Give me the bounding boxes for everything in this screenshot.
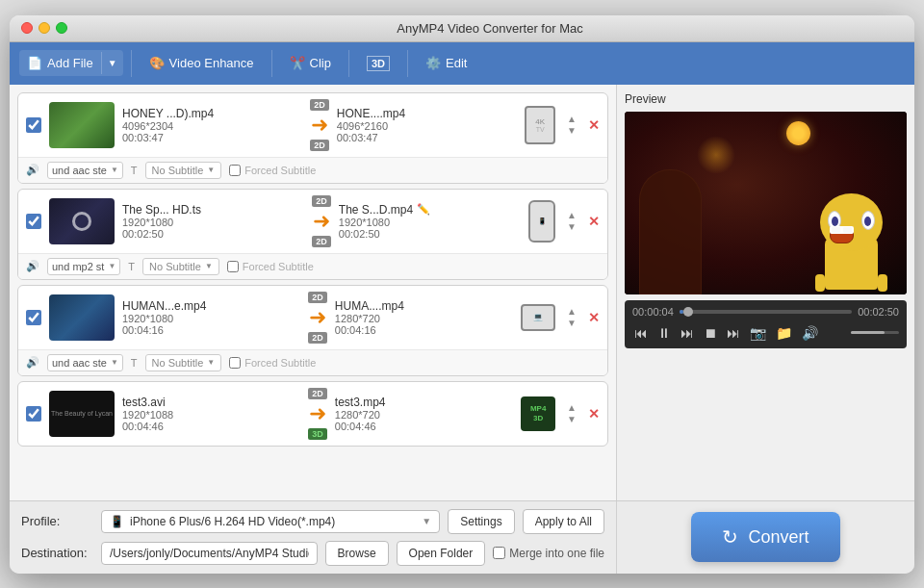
file-1-audio-select[interactable]: und aac ste ▼ [47, 162, 123, 179]
file-4-output-duration: 00:04:46 [335, 421, 513, 432]
file-3-subtitle-arrow: ▼ [207, 358, 215, 367]
file-3-subtitle-select[interactable]: No Subtitle ▼ [145, 354, 222, 371]
file-4-close[interactable]: ✕ [588, 407, 600, 421]
video-enhance-button[interactable]: 🎨 Video Enhance [140, 50, 264, 76]
spongebob-figure [810, 198, 892, 290]
3d-button[interactable]: 3D [357, 50, 399, 77]
file-3-scroll-down[interactable]: ▼ [567, 319, 577, 328]
file-1-audio-value: und aac ste [52, 165, 107, 176]
file-4-badge-in: 2D [308, 388, 327, 399]
merge-checkbox[interactable] [493, 547, 505, 559]
profile-select[interactable]: 📱 iPhone 6 Plus/6 H.264 HD Video(*.mp4) … [101, 510, 440, 533]
file-2-badge-in: 2D [312, 195, 331, 207]
file-2-subtitle-icon: T [128, 261, 135, 272]
sb-leg-right [878, 274, 887, 292]
browse-button[interactable]: Browse [325, 541, 389, 566]
skip-back-button[interactable]: ⏮ [632, 323, 650, 343]
file-2-audio-select[interactable]: und mp2 st ▼ [47, 258, 120, 275]
progress-thumb[interactable] [683, 307, 693, 317]
settings-button[interactable]: Settings [448, 509, 514, 534]
file-2-close[interactable]: ✕ [588, 215, 600, 228]
file-4-output-device: MP43D [521, 396, 555, 431]
file-1-subtitle-select[interactable]: No Subtitle ▼ [145, 162, 222, 179]
fast-forward-button[interactable]: ⏭ [679, 323, 696, 343]
file-1-forced-checkbox[interactable] [229, 165, 241, 176]
stop-button[interactable]: ⏹ [702, 323, 719, 343]
sb-leg-left [815, 274, 825, 292]
apply-all-button[interactable]: Apply to All [523, 509, 604, 534]
file-3-close[interactable]: ✕ [588, 311, 600, 324]
file-1-checkbox[interactable] [26, 117, 41, 133]
maximize-button[interactable] [56, 22, 67, 34]
file-1-close[interactable]: ✕ [588, 118, 600, 132]
file-4-scroll: ▲ ▼ [563, 403, 580, 424]
file-item-3-top: HUMAN...e.mp4 1920*1080 00:04:16 2D ➜ 2D [18, 286, 607, 349]
add-file-dropdown-arrow[interactable]: ▼ [101, 52, 123, 74]
file-2-edit-pen[interactable]: ✏️ [417, 203, 430, 216]
file-2-checkbox[interactable] [26, 214, 41, 229]
edit-icon: ⚙️ [425, 56, 441, 70]
time-current: 00:00:04 [632, 306, 674, 318]
progress-track[interactable] [680, 310, 852, 314]
file-2-subtitle-select[interactable]: No Subtitle ▼ [142, 258, 219, 275]
close-button[interactable] [21, 22, 33, 34]
file-2-forced-checkbox[interactable] [227, 261, 239, 272]
add-file-main[interactable]: 📄 Add File [19, 50, 101, 76]
file-2-scroll-down[interactable]: ▼ [567, 222, 577, 232]
file-3-output-duration: 00:04:16 [335, 324, 513, 336]
file-3-output-device: 💻 [521, 304, 555, 331]
file-item-2: The Sp... HD.ts 1920*1080 00:02:50 2D ➜ … [17, 189, 608, 280]
file-4-name: test3.avi [122, 396, 300, 409]
skip-forward-button[interactable]: ⏭ [725, 323, 742, 343]
file-2-scroll-up[interactable]: ▲ [567, 211, 577, 220]
file-item-4-top: The Beauty of Lycan test3.avi 1920*1088 … [18, 382, 607, 446]
file-3-audio-value: und aac ste [52, 357, 107, 369]
file-4-resolution: 1920*1088 [122, 409, 300, 421]
file-4-thumb-text: The Beauty of Lycan [49, 408, 115, 419]
file-3-scroll-up[interactable]: ▲ [567, 307, 577, 317]
file-1-scroll-up[interactable]: ▲ [567, 115, 577, 124]
file-3-badge-in: 2D [308, 292, 327, 303]
file-2-audio-icon: 🔊 [26, 260, 39, 272]
file-2-name: The Sp... HD.ts [122, 203, 304, 217]
file-3-forced-checkbox[interactable] [229, 357, 241, 369]
bottom-left: Profile: 📱 iPhone 6 Plus/6 H.264 HD Vide… [10, 501, 616, 574]
file-3-badge-out: 2D [308, 332, 327, 344]
file-3-audio-select[interactable]: und aac ste ▼ [47, 354, 123, 371]
destination-input[interactable]: /Users/jonly/Documents/AnyMP4 Studio/Vid… [101, 542, 318, 565]
controls-row: ⏮ ⏸ ⏭ ⏹ ⏭ 📷 📁 🔊 [632, 323, 899, 343]
profile-label: Profile: [21, 514, 93, 528]
file-4-convert-arrow: 2D ➜ 3D [308, 388, 327, 440]
file-1-badge-out: 2D [310, 140, 329, 151]
file-4-scroll-up[interactable]: ▲ [567, 403, 577, 413]
traffic-lights [21, 22, 67, 34]
file-1-forced-label: Forced Subtitle [244, 165, 316, 176]
file-1-bottom: 🔊 und aac ste ▼ T No Subtitle ▼ Force [18, 157, 607, 183]
volume-track[interactable] [851, 331, 899, 334]
file-1-output-duration: 00:03:47 [337, 132, 517, 143]
file-3-checkbox[interactable] [26, 310, 41, 325]
file-4-scroll-down[interactable]: ▼ [567, 415, 577, 424]
folder-button[interactable]: 📁 [774, 323, 794, 343]
file-1-forced-sub: Forced Subtitle [229, 165, 316, 176]
file-4-output-info: test3.mp4 1280*720 00:04:46 [335, 396, 513, 432]
open-folder-button[interactable]: Open Folder [397, 541, 486, 566]
file-1-subtitle-value: No Subtitle [152, 165, 204, 176]
file-1-scroll-down[interactable]: ▼ [567, 126, 577, 136]
screenshot-button[interactable]: 📷 [748, 323, 768, 343]
convert-label: Convert [748, 527, 808, 548]
merge-label: Merge into one file [509, 547, 604, 560]
title-bar: AnyMP4 Video Converter for Mac [10, 15, 914, 42]
play-pause-button[interactable]: ⏸ [655, 323, 673, 343]
app-title: AnyMP4 Video Converter for Mac [77, 21, 903, 36]
convert-button[interactable]: ↻ Convert [691, 512, 840, 562]
file-3-forced-sub: Forced Subtitle [229, 357, 316, 369]
clip-button[interactable]: ✂️ Clip [280, 50, 341, 76]
add-file-button[interactable]: 📄 Add File ▼ [19, 50, 123, 76]
minimize-button[interactable] [38, 22, 50, 34]
edit-button[interactable]: ⚙️ Edit [416, 50, 476, 76]
file-4-checkbox[interactable] [26, 406, 41, 422]
preview-panel: Preview [616, 85, 914, 500]
file-3-name: HUMAN...e.mp4 [122, 299, 300, 313]
file-1-resolution: 4096*2304 [122, 120, 302, 132]
